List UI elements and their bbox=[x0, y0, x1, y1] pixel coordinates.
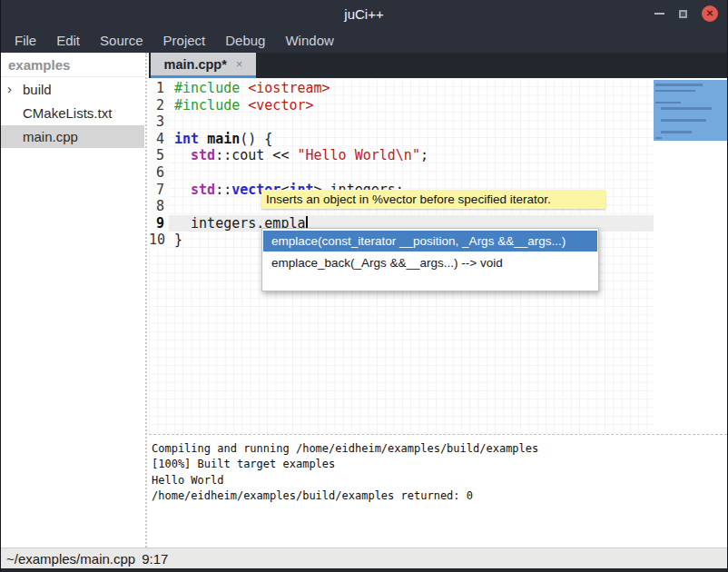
source-map-line bbox=[655, 102, 681, 104]
file-tree-sidebar: examples buildCMakeLists.txtmain.cpp bbox=[1, 53, 144, 547]
terminal-line: Hello World bbox=[152, 473, 727, 488]
line-number: 9 bbox=[149, 215, 169, 232]
line-number: 2 bbox=[149, 97, 169, 114]
code-text[interactable]: } bbox=[169, 232, 182, 249]
sidebar-item-main-cpp[interactable]: main.cpp bbox=[1, 125, 144, 148]
file-name: main.cpp bbox=[23, 129, 78, 144]
code-area[interactable]: 1#include <iostream>2#include <vector>34… bbox=[149, 80, 655, 249]
line-number: 10 bbox=[149, 232, 169, 249]
main-pane: main.cpp* 1#include <iostream>2#include … bbox=[149, 53, 727, 547]
status-file-path: ~/examples/main.cpp bbox=[6, 551, 135, 567]
menu-item-window[interactable]: Window bbox=[275, 29, 343, 52]
close-icon[interactable] bbox=[702, 5, 718, 22]
code-editor[interactable]: 1#include <iostream>2#include <vector>34… bbox=[149, 78, 727, 434]
file-tree: buildCMakeLists.txtmain.cpp bbox=[1, 78, 144, 148]
code-line: 4int main() { bbox=[149, 131, 655, 148]
code-text[interactable] bbox=[169, 113, 174, 131]
code-line: 5 std::cout << "Hello World\n"; bbox=[149, 147, 655, 164]
code-line: 2#include <vector> bbox=[149, 97, 655, 114]
menu-item-edit[interactable]: Edit bbox=[46, 29, 90, 52]
tab-main-cpp[interactable]: main.cpp* bbox=[151, 53, 256, 78]
line-number: 5 bbox=[149, 147, 169, 164]
code-line: 3 bbox=[149, 113, 655, 131]
source-map-line bbox=[655, 137, 662, 140]
line-number: 4 bbox=[149, 131, 169, 148]
sidebar-item-build[interactable]: build bbox=[1, 78, 144, 101]
line-number: 6 bbox=[149, 164, 169, 182]
status-cursor-position: 9:17 bbox=[142, 551, 168, 567]
terminal-line: /home/eidheim/examples/build/examples re… bbox=[152, 488, 727, 504]
menu-item-debug[interactable]: Debug bbox=[215, 29, 275, 52]
line-number: 1 bbox=[149, 80, 169, 97]
window-title: juCi++ bbox=[344, 6, 383, 22]
code-text[interactable] bbox=[169, 164, 174, 182]
code-text[interactable]: std::cout << "Hello World\n"; bbox=[169, 147, 428, 164]
maximize-icon[interactable] bbox=[679, 10, 687, 18]
file-name: build bbox=[23, 82, 52, 97]
source-map-line bbox=[655, 90, 695, 93]
source-map-line bbox=[655, 84, 703, 86]
menu-item-file[interactable]: File bbox=[5, 29, 46, 52]
file-name: CMakeLists.txt bbox=[23, 105, 112, 121]
source-map-line bbox=[661, 131, 692, 133]
tab-bar: main.cpp* bbox=[149, 53, 727, 78]
project-name-header: examples bbox=[1, 53, 144, 77]
code-line: 6 bbox=[149, 164, 655, 182]
source-map-line bbox=[661, 107, 712, 110]
completion-item[interactable]: emplace_back(_Args &&__args...) --> void bbox=[263, 252, 597, 273]
code-line: 1#include <iostream> bbox=[149, 80, 655, 97]
code-text[interactable]: int main() { bbox=[169, 131, 272, 148]
sidebar-splitter[interactable] bbox=[145, 53, 147, 547]
window-controls bbox=[654, 0, 718, 27]
terminal-line: [100%] Built target examples bbox=[152, 457, 727, 472]
tab-close-icon[interactable] bbox=[236, 58, 243, 70]
menu-item-project[interactable]: Project bbox=[153, 29, 216, 52]
source-map-viewport[interactable] bbox=[654, 80, 727, 141]
autocomplete-popup: emplace(const_iterator __position, _Args… bbox=[261, 228, 599, 291]
window-bottom-border bbox=[1, 568, 727, 572]
chevron-right-icon[interactable] bbox=[7, 81, 12, 96]
terminal-output[interactable]: Compiling and running /home/eidheim/exam… bbox=[149, 439, 727, 547]
doc-tooltip-text: Inserts an object in %vector before spec… bbox=[266, 192, 551, 206]
code-text[interactable]: #include <vector> bbox=[169, 97, 314, 114]
code-text[interactable] bbox=[169, 198, 174, 215]
line-number: 3 bbox=[149, 113, 169, 131]
line-number: 7 bbox=[149, 182, 169, 199]
line-number: 8 bbox=[149, 198, 169, 215]
title-bar: juCi++ bbox=[1, 0, 727, 27]
sidebar-item-cmakelists-txt[interactable]: CMakeLists.txt bbox=[1, 102, 144, 124]
minimize-icon[interactable] bbox=[654, 13, 664, 15]
menu-bar: FileEditSourceProjectDebugWindow bbox=[1, 27, 727, 53]
terminal-line: Compiling and running /home/eidheim/exam… bbox=[152, 441, 727, 457]
juci-window: juCi++ FileEditSourceProjectDebugWindow … bbox=[0, 0, 728, 572]
status-bar: ~/examples/main.cpp 9:17 bbox=[1, 547, 727, 568]
doc-tooltip: Inserts an object in %vector before spec… bbox=[261, 190, 605, 209]
source-map-line bbox=[661, 119, 706, 122]
completion-item[interactable]: emplace(const_iterator __position, _Args… bbox=[263, 231, 597, 251]
code-text[interactable]: #include <iostream> bbox=[169, 80, 330, 97]
tab-label: main.cpp* bbox=[164, 57, 227, 72]
menu-item-source[interactable]: Source bbox=[90, 29, 153, 52]
source-map[interactable] bbox=[654, 78, 727, 434]
